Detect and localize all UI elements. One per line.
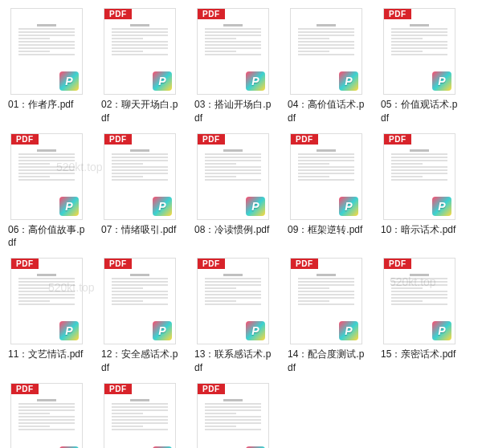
pdf-app-icon: P — [339, 71, 358, 91]
pdf-badge: PDF — [384, 259, 411, 269]
pdf-badge: PDF — [104, 9, 132, 19]
file-item[interactable]: PDFP10：暗示话术.pdf — [381, 133, 458, 250]
doc-preview — [15, 272, 78, 320]
file-item[interactable]: PDFP15：亲密话术.pdf — [381, 258, 458, 375]
file-item[interactable]: PDFP03：搭讪开场白.pdf — [194, 8, 272, 125]
app-icon-letter: P — [345, 324, 352, 337]
app-icon-letter: P — [438, 200, 445, 213]
file-name-label: 07：情绪吸引.pdf — [101, 223, 178, 237]
file-name-label: 08：冷读惯例.pdf — [194, 223, 272, 237]
doc-preview — [15, 22, 78, 71]
file-item[interactable]: PDFP13：联系感话术.pdf — [194, 258, 272, 375]
file-item[interactable]: PDFP02：聊天开场白.pdf — [101, 8, 178, 125]
pdf-badge: PDF — [198, 134, 225, 145]
file-thumbnail: PDFP — [104, 133, 176, 220]
pdf-badge: PDF — [198, 384, 225, 394]
file-thumbnail: PDFP — [383, 133, 455, 220]
doc-preview — [202, 22, 264, 71]
file-item[interactable]: PDFP05：价值观话术.pdf — [381, 8, 458, 125]
file-name-label: 09：框架逆转.pdf — [288, 223, 365, 237]
file-grid: P01：作者序.pdfPDFP02：聊天开场白.pdfPDFP03：搭讪开场白.… — [8, 8, 474, 448]
doc-preview — [388, 22, 451, 71]
file-name-label: 05：价值观话术.pdf — [381, 98, 458, 125]
doc-preview — [202, 148, 264, 196]
pdf-app-icon: P — [59, 71, 79, 91]
pdf-badge: PDF — [11, 384, 39, 394]
pdf-badge: PDF — [11, 259, 39, 269]
pdf-app-icon: P — [432, 197, 451, 216]
file-thumbnail: PDFP — [197, 8, 269, 95]
file-name-label: 10：暗示话术.pdf — [381, 223, 458, 237]
doc-preview — [295, 148, 357, 196]
file-thumbnail: PDFP — [10, 383, 83, 448]
app-icon-letter: P — [251, 324, 259, 337]
file-item[interactable]: P01：作者序.pdf — [8, 8, 85, 125]
doc-preview — [108, 22, 171, 71]
pdf-app-icon: P — [246, 71, 265, 91]
doc-preview — [295, 272, 357, 320]
app-icon-letter: P — [65, 200, 72, 213]
file-name-label: 15：亲密话术.pdf — [381, 348, 458, 361]
app-icon-letter: P — [345, 200, 352, 213]
file-name-label: 01：作者序.pdf — [8, 98, 85, 112]
app-icon-letter: P — [158, 200, 165, 213]
file-item[interactable]: PDFP11：文艺情话.pdf — [8, 258, 85, 375]
file-thumbnail: P — [10, 8, 83, 95]
file-name-label: 11：文艺情话.pdf — [8, 348, 85, 361]
doc-preview — [388, 148, 451, 196]
file-name-label: 06：高价值故事.pdf — [8, 223, 85, 250]
doc-preview — [202, 272, 264, 320]
file-item[interactable]: P04：高价值话术.pdf — [288, 8, 365, 125]
doc-preview — [108, 148, 171, 196]
doc-preview — [108, 272, 171, 320]
file-item[interactable]: PDFP06：高价值故事.pdf — [8, 133, 85, 250]
file-thumbnail: PDFP — [383, 8, 455, 95]
file-grid-container: P01：作者序.pdfPDFP02：聊天开场白.pdfPDFP03：搭讪开场白.… — [8, 8, 474, 448]
pdf-badge: PDF — [104, 259, 132, 269]
file-item[interactable]: PDFP14：配合度测试.pdf — [288, 258, 365, 375]
pdf-badge: PDF — [104, 384, 132, 394]
pdf-app-icon: P — [59, 321, 79, 340]
pdf-app-icon: P — [153, 197, 172, 216]
file-thumbnail: PDFP — [104, 258, 176, 344]
file-item[interactable]: PDFP16：预期邀约.pdf — [8, 383, 85, 448]
pdf-app-icon: P — [246, 197, 265, 216]
file-name-label: 12：安全感话术.pdf — [101, 348, 178, 375]
file-item[interactable]: PDFP18：使用说明.pdf — [194, 383, 272, 448]
doc-preview — [108, 397, 171, 446]
file-item[interactable]: PDFP08：冷读惯例.pdf — [194, 133, 272, 250]
file-thumbnail: PDFP — [10, 133, 83, 220]
app-icon-letter: P — [251, 75, 259, 88]
file-item[interactable]: PDFP07：情绪吸引.pdf — [101, 133, 178, 250]
pdf-app-icon: P — [153, 321, 172, 340]
app-icon-letter: P — [65, 324, 72, 337]
file-item[interactable]: PDFP17：邀约话术.pdf — [101, 383, 178, 448]
pdf-app-icon: P — [339, 197, 358, 216]
file-name-label: 03：搭讪开场白.pdf — [194, 98, 272, 125]
pdf-badge: PDF — [11, 134, 39, 145]
file-item[interactable]: PDFP09：框架逆转.pdf — [288, 133, 365, 250]
app-icon-letter: P — [438, 324, 445, 337]
file-thumbnail: PDFP — [290, 133, 362, 220]
file-thumbnail: PDFP — [197, 133, 269, 220]
pdf-app-icon: P — [59, 197, 79, 216]
file-thumbnail: PDFP — [197, 383, 269, 448]
pdf-app-icon: P — [246, 321, 265, 340]
file-name-label: 14：配合度测试.pdf — [288, 348, 365, 375]
pdf-badge: PDF — [104, 134, 132, 145]
file-item[interactable]: PDFP12：安全感话术.pdf — [101, 258, 178, 375]
pdf-badge: PDF — [384, 134, 411, 145]
doc-preview — [15, 148, 78, 196]
doc-preview — [15, 397, 78, 446]
file-thumbnail: PDFP — [104, 8, 176, 95]
pdf-badge: PDF — [291, 134, 318, 145]
pdf-badge: PDF — [198, 9, 225, 19]
file-name-label: 02：聊天开场白.pdf — [101, 98, 178, 125]
file-thumbnail: PDFP — [104, 383, 176, 448]
file-thumbnail: PDFP — [383, 258, 455, 344]
pdf-badge: PDF — [384, 9, 411, 19]
app-icon-letter: P — [158, 75, 165, 88]
doc-preview — [295, 22, 357, 71]
file-name-label: 04：高价值话术.pdf — [288, 98, 365, 125]
file-thumbnail: P — [290, 8, 362, 95]
